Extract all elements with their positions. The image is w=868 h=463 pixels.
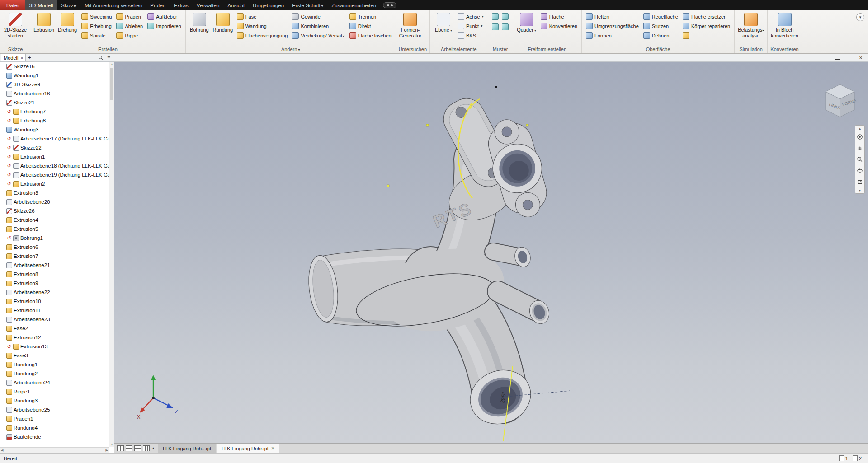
- navbar-scroll-up-icon[interactable]: ▲: [859, 126, 862, 131]
- ribbon-button-umgrenzungsfl-che[interactable]: Umgrenzungsfläche: [585, 21, 640, 31]
- ribbon-button-verdickung-versatz[interactable]: Verdickung/ Versatz: [291, 31, 346, 40]
- pan-hand-icon[interactable]: [856, 143, 864, 153]
- browser-item-arbeitsebene16[interactable]: Arbeitsebene16: [0, 89, 109, 98]
- ribbon-button-2d-skizze-starten[interactable]: 2D-Skizzestarten: [3, 12, 28, 39]
- file-menu-button[interactable]: Datei: [0, 0, 25, 10]
- ribbon-button-quader[interactable]: Quader ▾: [515, 12, 538, 35]
- menu-tab-zusammenarbeiten[interactable]: Zusammenarbeiten: [327, 0, 380, 10]
- ribbon-button-sketch-pattern[interactable]: [501, 22, 510, 32]
- menu-tab-pr-fen[interactable]: Prüfen: [146, 0, 170, 10]
- ribbon-button-spirale[interactable]: Spirale: [80, 31, 113, 40]
- browser-item-rundung1[interactable]: Rundung1: [0, 360, 109, 369]
- ribbon-group-label-muster[interactable]: Muster: [488, 46, 513, 53]
- ribbon-button-dehnen[interactable]: Dehnen: [642, 31, 679, 40]
- ribbon-button-drehung[interactable]: Drehung: [56, 12, 79, 34]
- columns-view-icon[interactable]: [143, 445, 150, 451]
- browser-item-pr-gen1[interactable]: Prägen1: [0, 414, 109, 423]
- close-button[interactable]: ×: [858, 56, 863, 60]
- ribbon-button-formen-generator[interactable]: Formen-Generator: [398, 12, 423, 39]
- ribbon-button-konvertieren[interactable]: Konvertieren: [539, 21, 579, 31]
- browser-menu-icon[interactable]: ≡: [107, 55, 110, 61]
- browser-item-extrusion3[interactable]: Extrusion3: [0, 188, 109, 197]
- browser-item-extrusion1[interactable]: ↺Extrusion1: [0, 152, 109, 161]
- browser-item-extrusion10[interactable]: Extrusion10: [0, 297, 109, 306]
- browser-item-extrusion7[interactable]: Extrusion7: [0, 252, 109, 261]
- ribbon-group-label-oberfl-che[interactable]: Oberfläche: [582, 46, 734, 53]
- ribbon-group-label-erstellen[interactable]: Erstellen: [30, 46, 185, 53]
- browser-item-extrusion8[interactable]: Extrusion8: [0, 270, 109, 279]
- browser-item-wandung1[interactable]: Wandung1: [0, 71, 109, 80]
- ribbon-button-circular-pattern[interactable]: [491, 22, 500, 32]
- close-icon[interactable]: ×: [271, 445, 274, 452]
- ribbon-button-pr-gen[interactable]: Prägen: [115, 12, 144, 21]
- browser-item-bohrung1[interactable]: ↺Bohrung1: [0, 234, 109, 243]
- orbit-icon[interactable]: [856, 166, 864, 176]
- ribbon-button-fase[interactable]: Fase: [236, 12, 289, 21]
- ribbon-button-fl-che-ersetzen[interactable]: Fläche ersetzen: [681, 12, 731, 21]
- scroll-down-icon[interactable]: ▼: [109, 442, 114, 447]
- ribbon-button-kombinieren[interactable]: Kombinieren: [291, 21, 346, 31]
- menu-tab-umgebungen[interactable]: Umgebungen: [249, 0, 288, 10]
- ribbon-button-sweeping[interactable]: Sweeping: [80, 12, 113, 21]
- split-view-icon[interactable]: [117, 445, 124, 451]
- menu-tab-3d-modell[interactable]: 3D-Modell: [25, 0, 57, 10]
- browser-item-bauteilende[interactable]: Bauteilende: [0, 432, 109, 441]
- ribbon-button-bohrung[interactable]: Bohrung: [188, 12, 211, 34]
- ribbon-button-fit-mesh[interactable]: [681, 31, 731, 40]
- browser-item-arbeitsebene23[interactable]: Arbeitsebene23: [0, 315, 109, 324]
- browser-item-skizze26[interactable]: Skizze26: [0, 206, 109, 215]
- browser-vertical-scrollbar[interactable]: ▲ ▼: [109, 62, 114, 447]
- restore-button[interactable]: [846, 56, 852, 60]
- 3d-viewport[interactable]: RTS 295° LINKS VORNE ▲: [114, 62, 868, 443]
- ribbon-button-fl-chenverj-ngung[interactable]: Flächenverjüngung: [236, 31, 289, 40]
- grid-view-icon[interactable]: [126, 445, 132, 451]
- ribbon-group-label-konvertieren[interactable]: Konvertieren: [768, 46, 802, 53]
- ribbon-button-extrusion[interactable]: Extrusion: [32, 12, 56, 34]
- browser-item-arbeitsebene20[interactable]: Arbeitsebene20: [0, 197, 109, 206]
- browser-item-erhebung8[interactable]: ↺Erhebung8: [0, 116, 109, 125]
- ribbon-button-achse[interactable]: Achse▾: [456, 12, 485, 21]
- expand-tabs-icon[interactable]: ▲: [151, 446, 155, 450]
- document-tab-llk-eingang-roh-ipt[interactable]: LLK Eingang Roh...ipt: [158, 444, 216, 453]
- browser-item-extrusion2[interactable]: ↺Extrusion2: [0, 179, 109, 188]
- ribbon-button-heften[interactable]: Heften: [585, 12, 640, 21]
- ribbon-button-fl-che[interactable]: Fläche: [539, 12, 579, 21]
- browser-item-rundung3[interactable]: Rundung3: [0, 396, 109, 405]
- browser-item-arbeitsebene17-dichtung-llk-llk-ge[interactable]: ↺Arbeitsebene17 (Dichtung LLK-LLK Ge: [0, 134, 109, 143]
- menu-tab-skizze[interactable]: Skizze: [57, 0, 80, 10]
- browser-item-rundung2[interactable]: Rundung2: [0, 369, 109, 378]
- browser-item-arbeitsebene19-dichtung-llk-llk-ge[interactable]: ↺Arbeitsebene19 (Dichtung LLK-LLK Ge: [0, 170, 109, 179]
- browser-item-extrusion9[interactable]: Extrusion9: [0, 279, 109, 288]
- navbar-scroll-down-icon[interactable]: ▼: [859, 188, 862, 192]
- ribbon-button-rectangular-pattern[interactable]: [491, 12, 500, 21]
- browser-item-extrusion11[interactable]: Extrusion11: [0, 306, 109, 315]
- ribbon-button-rippe[interactable]: Rippe: [115, 31, 144, 40]
- ribbon-group-label-skizze[interactable]: Skizze: [1, 46, 30, 53]
- ribbon-button-formen[interactable]: Formen: [585, 31, 640, 40]
- ribbon-button-fl-che-l-schen[interactable]: Fläche löschen: [348, 31, 393, 40]
- document-tab-llk-eingang-rohr-ipt[interactable]: LLK Eingang Rohr.ipt×: [217, 444, 279, 453]
- browser-item-rippe1[interactable]: Rippe1: [0, 387, 109, 396]
- menu-tab-erste-schritte[interactable]: Erste Schritte: [288, 0, 327, 10]
- add-browser-tab-button[interactable]: +: [26, 55, 33, 61]
- quick-launch-icon[interactable]: [383, 2, 396, 8]
- navigation-wheel-icon[interactable]: [856, 132, 864, 142]
- browser-item-arbeitsebene24[interactable]: Arbeitsebene24: [0, 378, 109, 387]
- menu-tab-extras[interactable]: Extras: [170, 0, 193, 10]
- browser-item-skizze22[interactable]: ↺Skizze22: [0, 143, 109, 152]
- scroll-up-icon[interactable]: ▲: [109, 62, 114, 67]
- ribbon-button-aufkleber[interactable]: Aufkleber: [146, 12, 183, 21]
- ribbon-button-gewinde[interactable]: Gewinde: [291, 12, 346, 21]
- ribbon-group-label-simulation[interactable]: Simulation: [735, 46, 767, 53]
- browser-item-arbeitsebene25[interactable]: Arbeitsebene25: [0, 405, 109, 414]
- rows-view-icon[interactable]: [134, 445, 141, 451]
- ribbon-button-ebene[interactable]: Ebene ▾: [432, 12, 455, 35]
- scroll-right-icon[interactable]: ▶: [106, 449, 108, 452]
- view-cube[interactable]: LINKS VORNE: [817, 77, 863, 122]
- browser-item-extrusion13[interactable]: ↺Extrusion13: [0, 342, 109, 351]
- ribbon-button-ableiten[interactable]: Ableiten: [115, 21, 144, 31]
- browser-item-arbeitsebene21[interactable]: Arbeitsebene21: [0, 261, 109, 270]
- scrollbar-thumb[interactable]: [110, 68, 113, 100]
- browser-item-extrusion5[interactable]: Extrusion5: [0, 224, 109, 234]
- look-at-icon[interactable]: [856, 177, 864, 187]
